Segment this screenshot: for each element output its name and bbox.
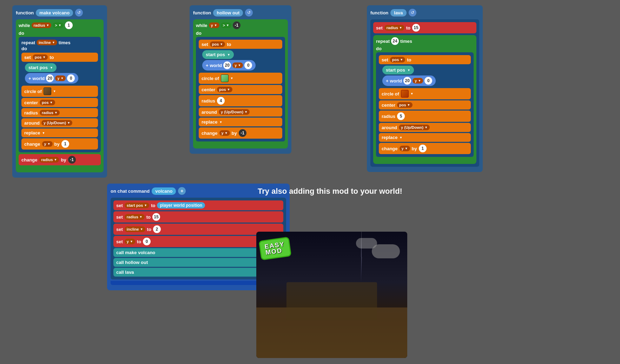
pos-dropdown-c3[interactable]: pos ▼	[397, 102, 412, 108]
around-block-1: around y (Up/Down) ▼	[21, 118, 98, 127]
fn-name-1[interactable]: make volcano	[36, 9, 73, 16]
pos-dropdown-c2[interactable]: pos ▼	[217, 87, 232, 92]
by2-val-1: -1	[68, 156, 76, 164]
y-drop-4[interactable]: y ▼	[125, 239, 135, 244]
while-row-2: while y ▼ > ▼ -1	[196, 21, 285, 29]
gt-dropdown-1[interactable]: > ▼	[53, 22, 63, 28]
world-label-1: world	[33, 76, 45, 81]
world-bubble-2: + world 20 y ▼ 0	[202, 60, 256, 71]
set-pos-container-1: set pos ▼ to start pos ▼ + world 20 y ▼ …	[21, 53, 98, 84]
y2-val-2: 0	[244, 61, 252, 69]
radius-val-2: 4	[217, 97, 225, 105]
radius3-dropdown-1[interactable]: radius ▼	[39, 157, 59, 163]
world-label-2: world	[210, 63, 222, 68]
fn-header-1: function make volcano ↺	[16, 9, 104, 16]
set-label-2: set	[202, 42, 208, 47]
to4-label: to	[137, 239, 141, 244]
radius-block-3: radius 5	[379, 111, 471, 122]
start-pos-label-1: start pos	[28, 65, 48, 70]
bottom-bar-3	[376, 158, 474, 162]
incline-drop-4[interactable]: incline ▼	[125, 226, 145, 232]
y-change-drop-2[interactable]: y ▼	[219, 130, 230, 136]
game-image: EASY MOD	[256, 232, 407, 358]
set2-label-3: set	[382, 57, 388, 62]
repeat-label-1: repeat	[21, 40, 35, 45]
plus-icon[interactable]: +	[178, 187, 186, 195]
fn-keyword-2: function	[193, 10, 211, 15]
do-row-3: do	[376, 46, 474, 51]
circle-of-block-3: circle of ▼	[379, 88, 471, 99]
repeat-val-3: 24	[391, 37, 399, 45]
to-label-3: to	[406, 25, 410, 31]
start-pos-drop[interactable]: start pos ▼	[125, 203, 149, 208]
change-y-block-2: change y ▼ by -1	[199, 127, 282, 139]
change-radius-block-1: change radius ▼ by -1	[19, 154, 101, 165]
pos-dropdown-3[interactable]: pos ▼	[390, 57, 405, 62]
pos-dropdown-c1[interactable]: pos ▼	[40, 100, 55, 105]
radius2-val-3: 5	[397, 112, 405, 120]
around-label-3: around	[382, 125, 397, 130]
center-block-3: center pos ▼	[379, 100, 471, 110]
by-val-3: 1	[419, 145, 427, 152]
change-y-block-3: change y ▼ by 1	[379, 143, 471, 154]
command-name[interactable]: volcano	[152, 187, 176, 195]
radius-dropdown-3[interactable]: radius ▼	[384, 25, 404, 31]
by2-label-1: by	[61, 157, 66, 163]
y-dropdown-1[interactable]: y ▼	[55, 75, 66, 81]
radius-dropdown-1[interactable]: radius ▼	[32, 22, 52, 28]
fn-keyword-1: function	[16, 10, 34, 15]
do-label-1: do	[19, 31, 24, 36]
set4-label: set	[116, 239, 123, 244]
around-dropdown-2[interactable]: y (Up/Down) ▼	[219, 109, 250, 115]
call2-label: call hollow out	[116, 260, 148, 265]
start-pos-label-3: start pos	[386, 67, 405, 73]
y-dropdown-3[interactable]: y ▼	[413, 78, 423, 84]
do-row-2: do	[196, 31, 285, 36]
around-dropdown-3[interactable]: y (Up/Down) ▼	[399, 125, 430, 130]
set1-label: set	[116, 203, 123, 208]
by-label-1: by	[54, 141, 60, 147]
fn-name-3[interactable]: lava	[390, 9, 406, 16]
y2-dropdown-2[interactable]: y ▼	[232, 62, 243, 68]
set-pos-block-1: set pos ▼ to	[21, 53, 98, 62]
refresh-icon-3[interactable]: ↺	[409, 9, 416, 16]
world-val-3: 20	[403, 77, 411, 85]
to2-label-3: to	[407, 57, 411, 62]
pos-dropdown-2[interactable]: pos ▼	[210, 41, 225, 47]
y-change-drop-3[interactable]: y ▼	[400, 146, 410, 151]
y-val-2: -1	[233, 21, 240, 29]
panel-make-volcano: function make volcano ↺ while radius ▼ >…	[12, 5, 107, 178]
call1-label: call make volcano	[116, 250, 155, 255]
fn-name-2[interactable]: hollow out	[213, 9, 243, 16]
radius-drop-4[interactable]: radius ▼	[125, 214, 145, 220]
y-change-drop-1[interactable]: y ▼	[42, 141, 53, 147]
to3-label: to	[147, 227, 151, 232]
to-label-1: to	[50, 55, 54, 60]
around-block-2: around y (Up/Down) ▼	[199, 107, 282, 117]
refresh-icon-1[interactable]: ↺	[75, 9, 83, 16]
do-body-3: set pos ▼ to start pos ▼ + world 20 y ▼ …	[376, 52, 474, 157]
bottom-bar-2	[196, 142, 285, 146]
by-label-3: by	[412, 146, 417, 151]
circle-of-block-2: circle of ▼	[199, 73, 282, 84]
lava-icon	[401, 90, 409, 98]
do-row-1: do	[19, 31, 101, 36]
center-label-2: center	[202, 87, 215, 92]
replace-block-2: replace ▼	[199, 118, 282, 126]
incline-dropdown-1[interactable]: incline ▼	[37, 40, 57, 45]
set-radius-block-4: set radius ▼ to 15	[113, 211, 283, 223]
change2-label-1: change	[21, 157, 38, 163]
change-label-3: change	[382, 146, 398, 151]
radius-val-drop-1[interactable]: radius ▼	[40, 110, 60, 115]
plus-label-2: +	[206, 63, 209, 68]
gt-dropdown-2[interactable]: > ▼	[221, 22, 231, 28]
refresh-icon-2[interactable]: ↺	[245, 9, 253, 16]
around-dropdown-1[interactable]: y (Up/Down) ▼	[41, 120, 72, 126]
y-dropdown-2[interactable]: y ▼	[209, 22, 219, 28]
circle-of-label-1: circle of	[24, 89, 42, 94]
world-bubble-3: + world 20 y ▼ 0	[382, 75, 436, 86]
times-label-1: times	[59, 40, 71, 45]
pos-dropdown-1[interactable]: pos ▼	[33, 54, 48, 60]
do-body-2: set pos ▼ to start pos ▼ + world 20 y ▼ …	[196, 37, 285, 141]
panel-hollow-out: function hollow out ↺ while y ▼ > ▼ -1 d…	[190, 5, 291, 154]
